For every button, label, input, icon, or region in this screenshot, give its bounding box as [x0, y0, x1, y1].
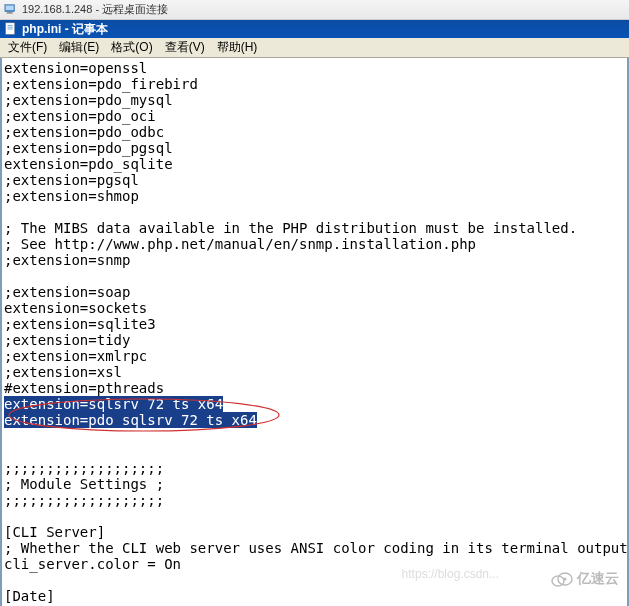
svg-rect-3 [7, 12, 13, 13]
menu-help[interactable]: 帮助(H) [211, 37, 264, 58]
rdp-icon [4, 3, 18, 17]
highlighted-line-2: extension=pdo_sqlsrv_72_ts_x64 [4, 412, 257, 428]
notepad-titlebar: php.ini - 记事本 [0, 20, 629, 38]
notepad-icon [4, 22, 18, 36]
editor-content[interactable]: extension=openssl ;extension=pdo_firebir… [0, 58, 629, 606]
menubar: 文件(F) 编辑(E) 格式(O) 查看(V) 帮助(H) [0, 38, 629, 58]
menu-edit[interactable]: 编辑(E) [53, 37, 105, 58]
rdp-title-text: 192.168.1.248 - 远程桌面连接 [22, 2, 168, 17]
notepad-title-text: php.ini - 记事本 [22, 21, 108, 38]
content-after: ;;;;;;;;;;;;;;;;;;; ; Module Settings ; … [4, 428, 625, 604]
menu-view[interactable]: 查看(V) [159, 37, 211, 58]
svg-rect-1 [6, 5, 14, 9]
svg-rect-2 [8, 11, 12, 12]
highlighted-line-1: extension=sqlsrv_72_ts_x64 [4, 396, 223, 412]
content-before: extension=openssl ;extension=pdo_firebir… [4, 60, 625, 396]
menu-file[interactable]: 文件(F) [2, 37, 53, 58]
menu-format[interactable]: 格式(O) [105, 37, 158, 58]
rdp-titlebar: 192.168.1.248 - 远程桌面连接 [0, 0, 629, 20]
